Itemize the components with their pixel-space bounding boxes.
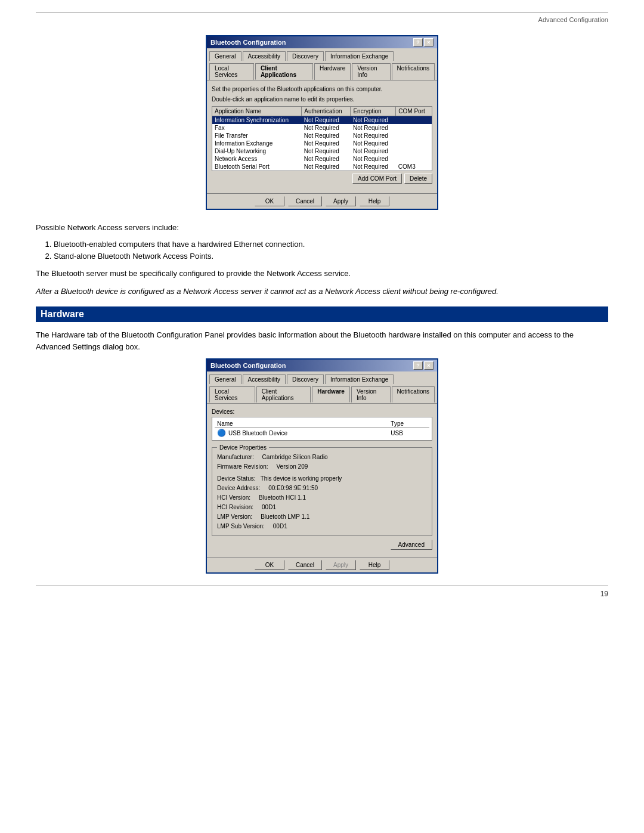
- cell-app-name: Information Exchange: [212, 140, 302, 147]
- tab2-info-exchange[interactable]: Information Exchange: [325, 374, 394, 384]
- cell-com: [396, 155, 432, 163]
- apply-button[interactable]: Apply: [326, 196, 356, 206]
- delete-button[interactable]: Delete: [404, 174, 432, 184]
- bottom-rule: [36, 586, 608, 586]
- list-item: Stand-alone Bluetooth Network Access Poi…: [54, 250, 608, 263]
- top-rule: [36, 12, 608, 13]
- status-label: Device Status:: [217, 475, 255, 482]
- cell-auth: Not Required: [302, 147, 351, 155]
- col-device-name: Name: [215, 420, 388, 428]
- body-para1: Possible Network Access servers include:: [36, 222, 608, 234]
- dialog1-desc1: Set the properties of the Bluetooth appl…: [212, 86, 432, 92]
- tab-notifications[interactable]: Notifications: [392, 63, 435, 80]
- devices-box: Name Type 🔵 USB Bluetooth Device: [212, 417, 432, 441]
- hardware-label: Hardware: [41, 309, 84, 319]
- tab2-accessibility[interactable]: Accessibility: [243, 374, 286, 384]
- dialog1-footer: OK Cancel Apply Help: [207, 193, 437, 209]
- table-row[interactable]: Bluetooth Serial Port Not Required Not R…: [212, 163, 432, 171]
- apply-button2[interactable]: Apply: [326, 560, 356, 570]
- tab-local-services[interactable]: Local Services: [209, 63, 254, 80]
- lmp-ver-label: LMP Version:: [217, 513, 252, 520]
- help-button2[interactable]: Help: [360, 560, 389, 570]
- table-row[interactable]: Fax Not Required Not Required: [212, 124, 432, 132]
- dialog2-footer: OK Cancel Apply Help: [207, 557, 437, 572]
- hci-rev-value: 00D1: [262, 504, 276, 510]
- tab2-hardware[interactable]: Hardware: [312, 386, 350, 402]
- props-legend: Device Properties: [217, 444, 269, 451]
- tab2-discovery[interactable]: Discovery: [287, 374, 324, 384]
- cell-com: [396, 147, 432, 155]
- cell-com: [396, 132, 432, 140]
- cell-enc: Not Required: [351, 132, 396, 140]
- dialog1-wrapper: Bluetooth Configuration ? × General Acce…: [36, 35, 608, 210]
- table-row[interactable]: Information Synchronization Not Required…: [212, 116, 432, 125]
- dialog2-close-btn[interactable]: ×: [424, 361, 434, 370]
- tab-info-exchange[interactable]: Information Exchange: [325, 51, 394, 61]
- col-com-port: COM Port: [396, 107, 432, 116]
- dialog2: Bluetooth Configuration ? × General Acce…: [206, 358, 438, 574]
- dialog2-title: Bluetooth Configuration: [210, 362, 286, 369]
- tab2-version-info[interactable]: Version Info: [351, 386, 391, 402]
- ok-button[interactable]: OK: [255, 196, 284, 206]
- status-value: This device is working properly: [261, 475, 342, 482]
- cell-enc: Not Required: [351, 140, 396, 147]
- add-com-port-button[interactable]: Add COM Port: [352, 174, 402, 184]
- hci-ver-value: Bluetooth HCI 1.1: [259, 494, 306, 501]
- tab2-client-apps[interactable]: Client Applications: [256, 386, 311, 402]
- dialog2-help-btn[interactable]: ?: [413, 361, 423, 370]
- body-list: Bluetooth-enabled computers that have a …: [54, 239, 608, 264]
- cell-app-name: Fax: [212, 124, 302, 132]
- advanced-button[interactable]: Advanced: [391, 540, 432, 550]
- cancel-button[interactable]: Cancel: [288, 196, 322, 206]
- dialog1-close-btn[interactable]: ×: [424, 38, 434, 47]
- dialog2-titlebar-buttons: ? ×: [413, 361, 434, 370]
- tab2-notifications[interactable]: Notifications: [392, 386, 435, 402]
- col-device-type: Type: [388, 420, 429, 428]
- lmp-sub-label: LMP Sub Version:: [217, 523, 265, 529]
- cell-app-name: Bluetooth Serial Port: [212, 163, 302, 171]
- tab-client-apps[interactable]: Client Applications: [255, 63, 313, 80]
- page-container: Advanced Configuration Bluetooth Configu…: [0, 0, 644, 622]
- cell-com: [396, 140, 432, 147]
- prop-address: Device Address: 00:E0:98:9E:91:50: [217, 484, 427, 493]
- tab-general[interactable]: General: [209, 51, 242, 61]
- cell-auth: Not Required: [302, 132, 351, 140]
- cancel-button2[interactable]: Cancel: [288, 560, 322, 570]
- device-props-fieldset: Device Properties Manufacturer: Cambridg…: [212, 444, 432, 536]
- tab-hardware[interactable]: Hardware: [314, 63, 351, 80]
- tab-accessibility[interactable]: Accessibility: [243, 51, 286, 61]
- tab-version-info[interactable]: Version Info: [352, 63, 390, 80]
- dialog1-tabs: General Accessibility Discovery Informat…: [207, 48, 437, 81]
- table-row[interactable]: Information Exchange Not Required Not Re…: [212, 140, 432, 147]
- table-row[interactable]: Network Access Not Required Not Required: [212, 155, 432, 163]
- cell-com: [396, 124, 432, 132]
- cell-app-name: Network Access: [212, 155, 302, 163]
- ok-button2[interactable]: OK: [255, 560, 284, 570]
- tab2-local-services[interactable]: Local Services: [209, 386, 255, 402]
- cell-enc: Not Required: [351, 163, 396, 171]
- device-type-cell: USB: [388, 428, 429, 438]
- page-number: 19: [36, 590, 608, 598]
- prop-firmware: Firmware Revision: Version 209: [217, 463, 427, 471]
- table-row[interactable]: Dial-Up Networking Not Required Not Requ…: [212, 147, 432, 155]
- col-authentication: Authentication: [302, 107, 351, 116]
- col-app-name: Application Name: [212, 107, 302, 116]
- device-row[interactable]: 🔵 USB Bluetooth Device USB: [215, 428, 429, 438]
- help-button[interactable]: Help: [360, 196, 389, 206]
- dialog1-titlebar-buttons: ? ×: [413, 38, 434, 47]
- dialog2-titlebar: Bluetooth Configuration ? ×: [207, 360, 437, 371]
- table-row[interactable]: File Transfer Not Required Not Required: [212, 132, 432, 140]
- prop-hci-ver: HCI Version: Bluetooth HCI 1.1: [217, 494, 427, 502]
- tab2-general[interactable]: General: [209, 374, 242, 384]
- dialog2-tabs-row1: General Accessibility Discovery Informat…: [209, 374, 394, 383]
- tab-discovery[interactable]: Discovery: [287, 51, 324, 61]
- address-label: Device Address:: [217, 485, 260, 491]
- dialog2-content: Devices: Name Type: [207, 404, 437, 555]
- hardware-body-para: The Hardware tab of the Bluetooth Config…: [36, 329, 608, 352]
- cell-app-name: Dial-Up Networking: [212, 147, 302, 155]
- dialog1-help-btn[interactable]: ?: [413, 38, 423, 47]
- body-para2: The Bluetooth server must be specificall…: [36, 268, 608, 280]
- prop-status: Device Status: This device is working pr…: [217, 475, 427, 483]
- device-table: Name Type 🔵 USB Bluetooth Device: [215, 420, 429, 438]
- list-item: Bluetooth-enabled computers that have a …: [54, 239, 608, 251]
